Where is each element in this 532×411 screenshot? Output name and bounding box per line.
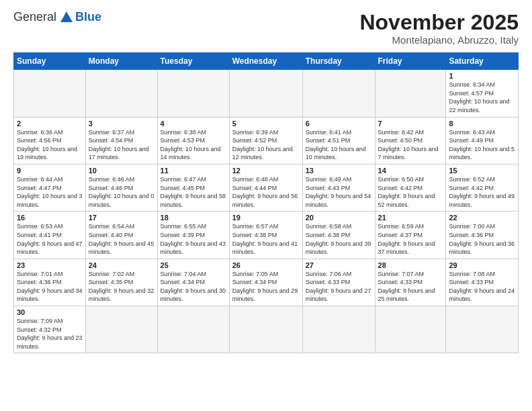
day-number: 12: [232, 167, 300, 175]
calendar-day: 1Sunrise: 6:34 AM Sunset: 4:57 PM Daylig…: [446, 70, 519, 117]
calendar-week-1: 2Sunrise: 6:36 AM Sunset: 4:56 PM Daylig…: [14, 117, 519, 164]
day-info: Sunrise: 6:54 AM Sunset: 4:40 PM Dayligh…: [89, 222, 154, 256]
calendar-day: 24Sunrise: 7:02 AM Sunset: 4:35 PM Dayli…: [85, 259, 157, 306]
calendar-week-4: 23Sunrise: 7:01 AM Sunset: 4:36 PM Dayli…: [14, 259, 519, 306]
day-number: 10: [89, 167, 154, 175]
calendar-day: [85, 306, 157, 353]
day-number: 7: [378, 120, 443, 128]
calendar-week-3: 16Sunrise: 6:53 AM Sunset: 4:41 PM Dayli…: [14, 212, 519, 259]
calendar-day: [302, 70, 375, 117]
day-info: Sunrise: 6:57 AM Sunset: 4:38 PM Dayligh…: [232, 222, 300, 256]
header-wednesday: Wednesday: [229, 53, 302, 70]
day-info: Sunrise: 6:34 AM Sunset: 4:57 PM Dayligh…: [449, 81, 515, 114]
day-number: 30: [17, 308, 83, 316]
calendar-day: 30Sunrise: 7:09 AM Sunset: 4:32 PM Dayli…: [14, 306, 86, 353]
calendar-day: 29Sunrise: 7:08 AM Sunset: 4:33 PM Dayli…: [446, 259, 519, 306]
calendar-day: [302, 306, 375, 353]
calendar-day: 6Sunrise: 6:41 AM Sunset: 4:51 PM Daylig…: [302, 117, 375, 164]
calendar-day: 17Sunrise: 6:54 AM Sunset: 4:40 PM Dayli…: [85, 212, 157, 259]
day-info: Sunrise: 6:49 AM Sunset: 4:43 PM Dayligh…: [306, 175, 372, 209]
logo: General Blue: [13, 11, 101, 23]
day-number: 6: [306, 120, 372, 128]
day-info: Sunrise: 6:58 AM Sunset: 4:38 PM Dayligh…: [306, 222, 372, 256]
calendar-day: 25Sunrise: 7:04 AM Sunset: 4:34 PM Dayli…: [157, 259, 229, 306]
day-number: 29: [449, 261, 515, 269]
calendar-day: 26Sunrise: 7:05 AM Sunset: 4:34 PM Dayli…: [229, 259, 302, 306]
day-info: Sunrise: 7:06 AM Sunset: 4:33 PM Dayligh…: [306, 270, 372, 304]
day-info: Sunrise: 7:09 AM Sunset: 4:32 PM Dayligh…: [17, 317, 83, 351]
calendar-day: 4Sunrise: 6:38 AM Sunset: 4:53 PM Daylig…: [157, 117, 229, 164]
calendar-day: 23Sunrise: 7:01 AM Sunset: 4:36 PM Dayli…: [14, 259, 86, 306]
calendar-day: 21Sunrise: 6:59 AM Sunset: 4:37 PM Dayli…: [375, 212, 446, 259]
day-info: Sunrise: 6:36 AM Sunset: 4:56 PM Dayligh…: [17, 128, 83, 162]
calendar-day: 9Sunrise: 6:44 AM Sunset: 4:47 PM Daylig…: [14, 164, 86, 211]
calendar-week-5: 30Sunrise: 7:09 AM Sunset: 4:32 PM Dayli…: [14, 306, 519, 353]
day-number: 24: [89, 261, 154, 269]
logo-area: General Blue: [13, 11, 101, 23]
day-number: 22: [449, 214, 515, 222]
calendar-day: 2Sunrise: 6:36 AM Sunset: 4:56 PM Daylig…: [14, 117, 86, 164]
day-info: Sunrise: 6:47 AM Sunset: 4:45 PM Dayligh…: [161, 175, 226, 209]
day-info: Sunrise: 7:07 AM Sunset: 4:33 PM Dayligh…: [378, 270, 443, 304]
calendar-week-0: 1Sunrise: 6:34 AM Sunset: 4:57 PM Daylig…: [14, 70, 519, 117]
title-area: November 2025 Montelapiano, Abruzzo, Ita…: [359, 11, 519, 46]
day-info: Sunrise: 6:37 AM Sunset: 4:54 PM Dayligh…: [89, 128, 154, 162]
calendar-day: 16Sunrise: 6:53 AM Sunset: 4:41 PM Dayli…: [14, 212, 86, 259]
day-info: Sunrise: 6:39 AM Sunset: 4:52 PM Dayligh…: [232, 128, 300, 162]
header-saturday: Saturday: [446, 53, 519, 70]
day-info: Sunrise: 6:52 AM Sunset: 4:42 PM Dayligh…: [449, 175, 515, 209]
day-number: 15: [449, 167, 515, 175]
calendar-day: 10Sunrise: 6:46 AM Sunset: 4:46 PM Dayli…: [85, 164, 157, 211]
calendar-day: [446, 306, 519, 353]
day-number: 21: [378, 214, 443, 222]
calendar-day: 13Sunrise: 6:49 AM Sunset: 4:43 PM Dayli…: [302, 164, 375, 211]
calendar-day: [157, 70, 229, 117]
header: General Blue November 2025 Montelapiano,…: [13, 11, 519, 46]
header-row: Sunday Monday Tuesday Wednesday Thursday…: [14, 53, 519, 70]
calendar-day: 15Sunrise: 6:52 AM Sunset: 4:42 PM Dayli…: [446, 164, 519, 211]
calendar-day: 7Sunrise: 6:42 AM Sunset: 4:50 PM Daylig…: [375, 117, 446, 164]
day-number: 4: [161, 120, 226, 128]
header-tuesday: Tuesday: [157, 53, 229, 70]
day-info: Sunrise: 7:01 AM Sunset: 4:36 PM Dayligh…: [17, 270, 83, 304]
month-title: November 2025: [359, 11, 519, 34]
subtitle: Montelapiano, Abruzzo, Italy: [359, 34, 519, 46]
day-info: Sunrise: 6:55 AM Sunset: 4:39 PM Dayligh…: [161, 222, 226, 256]
day-info: Sunrise: 6:44 AM Sunset: 4:47 PM Dayligh…: [17, 175, 83, 209]
day-number: 3: [89, 120, 154, 128]
header-thursday: Thursday: [302, 53, 375, 70]
calendar-day: [375, 306, 446, 353]
day-number: 19: [232, 214, 300, 222]
day-info: Sunrise: 7:08 AM Sunset: 4:33 PM Dayligh…: [449, 270, 515, 304]
day-number: 20: [306, 214, 372, 222]
day-number: 18: [161, 214, 226, 222]
day-number: 5: [232, 120, 300, 128]
header-monday: Monday: [85, 53, 157, 70]
calendar-day: 19Sunrise: 6:57 AM Sunset: 4:38 PM Dayli…: [229, 212, 302, 259]
calendar-day: 8Sunrise: 6:43 AM Sunset: 4:49 PM Daylig…: [446, 117, 519, 164]
day-number: 25: [161, 261, 226, 269]
day-number: 28: [378, 261, 443, 269]
day-info: Sunrise: 6:43 AM Sunset: 4:49 PM Dayligh…: [449, 128, 515, 162]
calendar-day: 27Sunrise: 7:06 AM Sunset: 4:33 PM Dayli…: [302, 259, 375, 306]
day-info: Sunrise: 6:53 AM Sunset: 4:41 PM Dayligh…: [17, 222, 83, 256]
day-number: 14: [378, 167, 443, 175]
day-info: Sunrise: 7:02 AM Sunset: 4:35 PM Dayligh…: [89, 270, 154, 304]
page: General Blue November 2025 Montelapiano,…: [0, 0, 532, 411]
day-info: Sunrise: 7:05 AM Sunset: 4:34 PM Dayligh…: [232, 270, 300, 304]
day-info: Sunrise: 6:50 AM Sunset: 4:42 PM Dayligh…: [378, 175, 443, 209]
day-number: 23: [17, 261, 83, 269]
calendar-day: [14, 70, 86, 117]
logo-blue: Blue: [75, 11, 101, 23]
logo-triangle-icon: [60, 11, 73, 22]
calendar-day: [229, 306, 302, 353]
day-info: Sunrise: 7:00 AM Sunset: 4:36 PM Dayligh…: [449, 222, 515, 256]
day-info: Sunrise: 6:41 AM Sunset: 4:51 PM Dayligh…: [306, 128, 372, 162]
calendar-day: [375, 70, 446, 117]
day-number: 8: [449, 120, 515, 128]
calendar-day: 12Sunrise: 6:48 AM Sunset: 4:44 PM Dayli…: [229, 164, 302, 211]
header-friday: Friday: [375, 53, 446, 70]
header-sunday: Sunday: [14, 53, 86, 70]
calendar-day: [85, 70, 157, 117]
calendar-day: 22Sunrise: 7:00 AM Sunset: 4:36 PM Dayli…: [446, 212, 519, 259]
